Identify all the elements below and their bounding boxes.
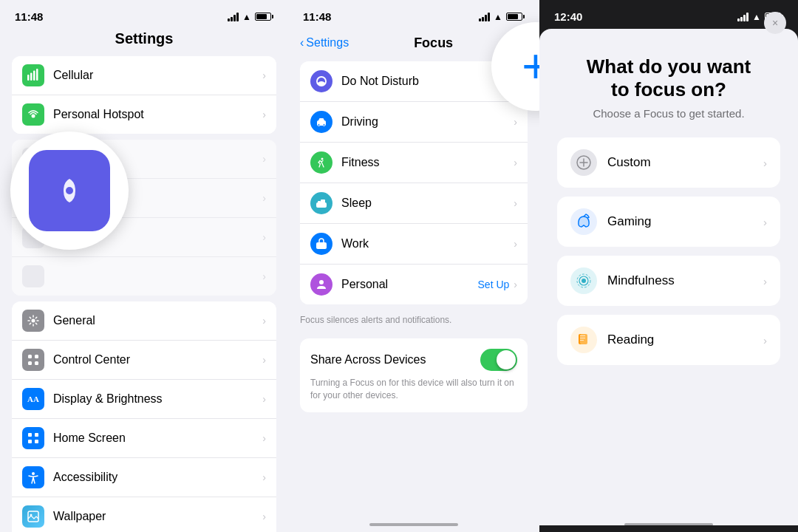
home-indicator-2 [369,523,458,526]
svg-rect-42 [580,338,585,338]
focus-nav-title: Focus [414,35,453,51]
svg-rect-7 [28,355,32,358]
mindfulness-chevron: › [763,275,767,287]
work-label: Work [341,237,514,250]
settings-item-display[interactable]: AA Display & Brightness › [12,380,276,419]
gaming-label: Gaming [607,214,763,229]
focus-item-work[interactable]: Work › [300,224,528,265]
time-3: 12:40 [554,10,582,23]
svg-rect-10 [35,361,38,365]
status-icons-2: ▲ [479,12,525,22]
cellular-chevron: › [262,69,266,81]
settings-item-cellular[interactable]: Cellular › [12,56,276,95]
hotspot-label: Personal Hotspot [53,108,262,121]
svg-rect-13 [28,440,32,443]
status-bar-1: 11:48 ▲ [0,0,288,27]
svg-rect-29 [318,201,321,204]
mindfulness-icon [570,267,597,294]
control-center-label: Control Center [53,353,262,366]
svg-rect-41 [580,335,585,336]
personal-action: Set Up [478,279,510,290]
svg-point-32 [319,280,324,284]
home-screen-icon [22,427,44,449]
focus-item-sleep[interactable]: Sleep › [300,183,528,224]
driving-icon [310,111,332,133]
settings-top-list: Cellular › Personal Hotspot › [12,56,276,134]
focus-item-fitness[interactable]: Fitness › [300,143,528,183]
focus-overlay-circle [10,132,129,250]
focus-option-reading[interactable]: Reading › [557,315,780,365]
wifi-icon-2: ▲ [494,12,502,22]
signal-icon-1 [228,13,239,21]
custom-label: Custom [607,155,763,170]
work-icon [310,233,332,255]
dnd-icon [310,70,332,92]
focus-back-button[interactable]: ‹ Settings [300,36,349,50]
svg-rect-31 [316,242,327,249]
signal-icon-3 [737,13,748,21]
gaming-icon [570,208,597,235]
svg-rect-1 [30,73,33,81]
gaming-chevron: › [763,216,767,228]
focus-item-personal[interactable]: Personal Set Up › [300,265,528,304]
toggle-knob [497,350,516,369]
wifi-icon-1: ▲ [242,12,251,22]
general-icon [22,310,44,332]
focus-option-gaming[interactable]: Gaming › [557,197,780,247]
settings-item-general[interactable]: General › [12,301,276,341]
svg-rect-9 [28,361,32,365]
mindfulness-label: Mindfulness [607,273,763,288]
settings-item-blank2[interactable]: › [12,257,276,296]
settings-item-control-center[interactable]: Control Center › [12,341,276,380]
sleep-label: Sleep [341,197,514,210]
settings-main-list: General › Control Center › AA Display & … [12,301,276,532]
svg-point-4 [32,115,35,118]
focus-choice-panel: 12:40 ▲ × What do you wantto focus on? C [539,0,798,532]
reading-chevron: › [763,334,767,347]
focus-panel: 11:48 ▲ ‹ Settings Focus + [288,0,539,532]
status-icons-1: ▲ [228,12,273,22]
general-label: General [53,314,262,327]
reading-icon [570,327,597,353]
driving-label: Driving [341,115,514,129]
hotspot-icon [22,103,44,126]
svg-rect-11 [28,433,32,437]
focus-option-custom[interactable]: Custom › [557,137,780,188]
svg-rect-16 [28,511,38,522]
settings-item-accessibility[interactable]: Accessibility › [12,458,276,497]
home-screen-label: Home Screen [53,432,262,445]
close-button[interactable]: × [764,29,786,34]
focus-item-driving[interactable]: Driving › [300,102,528,143]
svg-point-25 [318,124,320,126]
time-2: 11:48 [303,10,331,23]
settings-title: Settings [0,27,288,56]
dnd-label: Do Not Disturb [341,75,514,88]
settings-item-home-screen[interactable]: Home Screen › [12,419,276,458]
svg-rect-14 [35,440,38,443]
hotspot-chevron: › [262,109,266,120]
reading-label: Reading [607,332,763,347]
share-toggle[interactable] [480,349,517,371]
display-icon: AA [22,388,44,410]
wifi-icon-3: ▲ [752,12,761,22]
signal-icon-2 [479,13,490,21]
share-desc: Turning a Focus on for this device will … [310,377,517,402]
control-center-icon [22,349,44,371]
svg-point-36 [582,279,586,283]
share-row: Share Across Devices [310,349,517,371]
svg-point-5 [66,187,73,194]
focus-option-mindfulness[interactable]: Mindfulness › [557,256,780,306]
settings-item-wallpaper[interactable]: Wallpaper › [12,497,276,532]
svg-rect-0 [27,75,30,81]
svg-point-6 [32,319,35,323]
svg-point-15 [32,472,35,475]
settings-item-hotspot[interactable]: Personal Hotspot › [12,95,276,134]
back-label: Settings [306,36,349,50]
personal-label: Personal [341,278,478,291]
back-chevron: ‹ [300,36,304,50]
accessibility-icon [22,466,44,488]
focus-question-title: What do you wantto focus on? [557,55,780,101]
focus-note: Focus silences alerts and notifications. [288,310,539,332]
battery-icon-1 [255,13,273,21]
focus-question-subtitle: Choose a Focus to get started. [557,107,780,120]
